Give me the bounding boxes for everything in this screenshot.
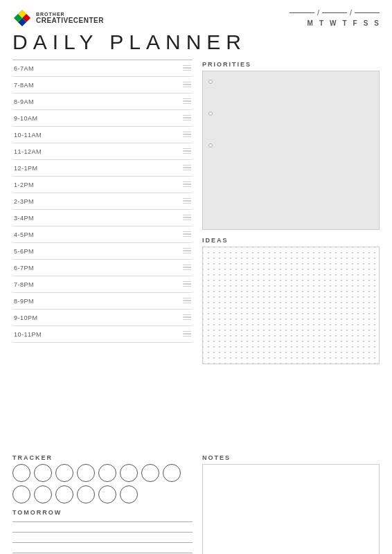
notes-label: NOTES <box>202 454 380 461</box>
time-row: 10-11AM <box>12 127 193 143</box>
tracker-circles <box>12 464 193 503</box>
date-slash-2: / <box>350 8 352 17</box>
right-column: PRIORITIES IDEAS <box>193 60 380 447</box>
tracker-circle <box>120 485 138 503</box>
lines-icon <box>183 298 191 305</box>
tracker-circle <box>98 464 116 482</box>
tracker-circle <box>34 485 52 503</box>
day-label: S <box>374 19 380 27</box>
lines-icon <box>183 65 191 72</box>
tracker-circle <box>77 464 95 482</box>
priorities-label: PRIORITIES <box>202 61 380 68</box>
time-row: 5-6PM <box>12 243 193 260</box>
lines-icon <box>183 314 191 321</box>
day-label: T <box>319 19 324 27</box>
time-label: 10-11AM <box>12 132 42 138</box>
time-row: 6-7AM <box>12 60 193 77</box>
tomorrow-section: TOMORROW <box>12 509 193 554</box>
time-label: 12-1PM <box>12 165 38 172</box>
time-row: 10-11PM <box>12 326 193 343</box>
priority-dot-3 <box>208 143 213 148</box>
tracker-circle <box>12 464 30 482</box>
tomorrow-line-3 <box>12 542 193 543</box>
bottom-layout: TRACKER TOMORROW NOTES <box>0 447 392 554</box>
lines-icon <box>183 331 191 338</box>
time-row: 8-9PM <box>12 293 193 310</box>
date-days-area: / / MTWTFSS <box>289 8 380 27</box>
date-segment-month <box>289 12 314 13</box>
tomorrow-label: TOMORROW <box>12 509 193 516</box>
time-label: 6-7PM <box>12 265 34 271</box>
tracker-circle <box>55 485 73 503</box>
ideas-section: IDEAS <box>202 235 380 447</box>
day-label: W <box>330 19 337 27</box>
time-row: 7-8PM <box>12 276 193 293</box>
time-row: 4-5PM <box>12 226 193 243</box>
lines-icon <box>183 82 191 89</box>
logo-area: BROTHER CREATIVECENTER <box>12 8 104 28</box>
tracker-circle <box>163 464 181 482</box>
lines-icon <box>183 265 191 271</box>
ideas-box <box>202 247 380 364</box>
time-label: 5-6PM <box>12 248 34 255</box>
priority-dot-2 <box>208 111 213 116</box>
day-label: T <box>342 19 347 27</box>
time-row: 6-7PM <box>12 260 193 276</box>
ideas-label: IDEAS <box>202 237 380 244</box>
date-line: / / <box>289 8 380 17</box>
time-row: 9-10PM <box>12 310 193 326</box>
tomorrow-lines <box>12 521 193 554</box>
tomorrow-line-2 <box>12 532 193 533</box>
brand-top: BROTHER <box>36 12 104 17</box>
tomorrow-line-1 <box>12 521 193 522</box>
priorities-dots <box>208 80 213 148</box>
lines-icon <box>183 98 191 105</box>
bottom-right: NOTES <box>193 453 380 554</box>
time-label: 8-9PM <box>12 298 34 305</box>
logo-icon <box>12 8 32 28</box>
lines-icon <box>183 132 191 138</box>
time-label: 11-12AM <box>12 148 42 155</box>
date-slash-1: / <box>317 8 319 17</box>
date-segment-day <box>322 12 347 13</box>
header: BROTHER CREATIVECENTER / / MTWTFSS <box>0 0 392 28</box>
tracker-circle <box>120 464 138 482</box>
tracker-circle <box>12 485 30 503</box>
notes-box <box>202 464 380 554</box>
page-title: DAILY PLANNER <box>0 28 392 60</box>
tracker-circle <box>77 485 95 503</box>
bottom-left: TRACKER TOMORROW <box>12 453 193 554</box>
date-segment-year <box>355 12 380 13</box>
time-label: 9-10AM <box>12 115 38 122</box>
time-label: 9-10PM <box>12 314 38 321</box>
lines-icon <box>183 115 191 122</box>
time-row: 1-2PM <box>12 177 193 193</box>
lines-icon <box>183 181 191 188</box>
time-row: 2-3PM <box>12 193 193 210</box>
tracker-circle <box>141 464 159 482</box>
dot-grid <box>203 247 379 364</box>
time-label: 2-3PM <box>12 198 34 205</box>
schedule-column: 6-7AM7-8AM8-9AM9-10AM10-11AM11-12AM12-1P… <box>12 60 193 447</box>
days-row: MTWTFSS <box>308 19 380 27</box>
time-label: 1-2PM <box>12 181 34 188</box>
tracker-section: TRACKER <box>12 454 193 503</box>
day-label: S <box>364 19 369 27</box>
tracker-circle <box>98 485 116 503</box>
lines-icon <box>183 231 191 238</box>
main-layout: 6-7AM7-8AM8-9AM9-10AM10-11AM11-12AM12-1P… <box>0 60 392 447</box>
brand-bottom: CREATIVECENTER <box>36 17 104 24</box>
lines-icon <box>183 165 191 172</box>
time-label: 8-9AM <box>12 98 34 105</box>
time-label: 3-4PM <box>12 215 34 222</box>
lines-icon <box>183 281 191 288</box>
time-label: 7-8AM <box>12 82 34 89</box>
lines-icon <box>183 248 191 255</box>
priority-dot-1 <box>208 80 213 84</box>
time-row: 9-10AM <box>12 110 193 127</box>
time-rows-container: 6-7AM7-8AM8-9AM9-10AM10-11AM11-12AM12-1P… <box>12 60 193 343</box>
logo-text: BROTHER CREATIVECENTER <box>36 12 104 25</box>
day-label: M <box>308 19 314 27</box>
priorities-box <box>202 71 380 230</box>
tomorrow-line-4 <box>12 553 193 553</box>
